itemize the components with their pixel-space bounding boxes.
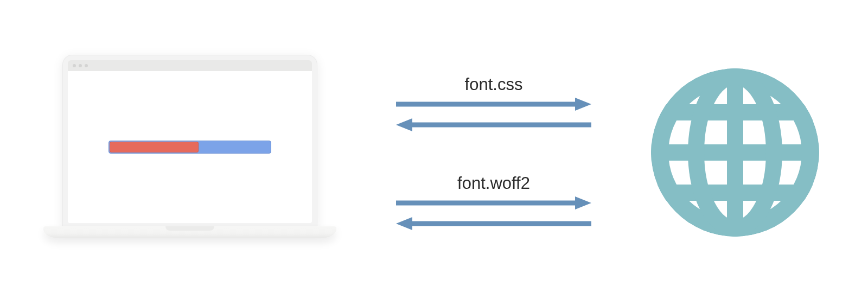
window-control-dot — [85, 64, 88, 67]
browser-viewport — [68, 71, 312, 223]
request-group-woff2: font.woff2 — [396, 174, 591, 230]
svg-rect-12 — [651, 144, 819, 161]
progress-segment — [110, 142, 199, 152]
request-arrows: font.css font.woff2 — [396, 75, 591, 230]
svg-marker-3 — [396, 118, 412, 131]
svg-rect-13 — [651, 104, 819, 120]
browser-title-bar — [68, 60, 312, 71]
loading-progress-bar — [108, 141, 271, 154]
bidirectional-arrow-icon — [396, 196, 591, 230]
globe-icon — [651, 68, 819, 237]
svg-marker-5 — [575, 196, 591, 209]
svg-rect-14 — [651, 185, 819, 201]
request-label: font.woff2 — [457, 174, 530, 193]
window-control-dot — [79, 64, 82, 67]
bidirectional-arrow-icon — [396, 98, 591, 131]
svg-marker-1 — [575, 98, 591, 111]
laptop-screen — [62, 55, 317, 228]
svg-marker-7 — [396, 217, 412, 230]
request-group-css: font.css — [396, 75, 591, 131]
request-label: font.css — [465, 75, 523, 94]
laptop-illustration — [43, 39, 336, 266]
laptop-notch — [165, 226, 214, 231]
laptop-base — [43, 226, 336, 238]
window-control-dot — [73, 64, 76, 67]
